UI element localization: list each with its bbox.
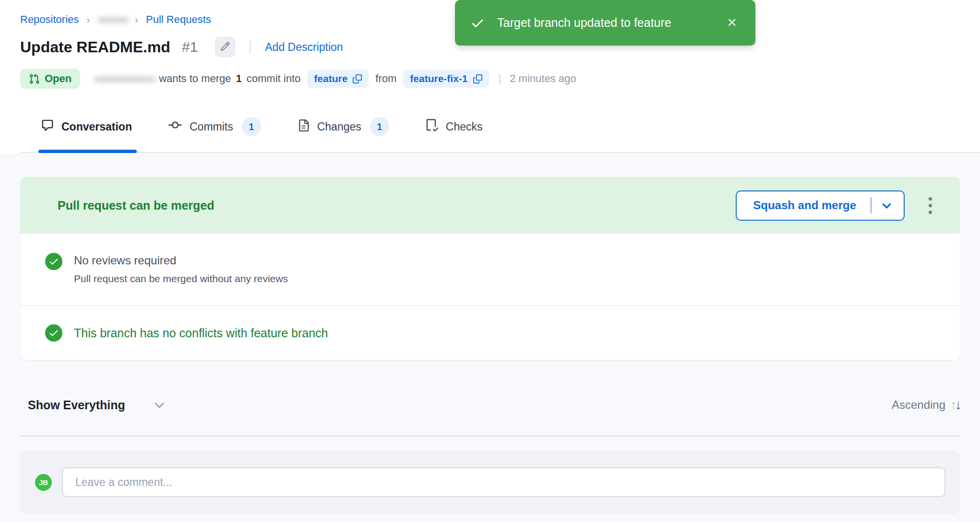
button-divider <box>871 197 872 214</box>
review-status-row: No reviews required Pull request can be … <box>20 234 960 305</box>
review-status-title: No reviews required <box>74 254 288 267</box>
status-label: Open <box>45 72 72 85</box>
show-filter-dropdown[interactable]: Show Everything <box>20 398 166 412</box>
status-badge: Open <box>20 69 80 89</box>
check-circle-icon <box>45 253 62 270</box>
merge-header: Pull request can be merged Squash and me… <box>20 177 960 234</box>
meta-text: wants to merge <box>159 72 231 85</box>
commit-count: 1 <box>236 72 242 85</box>
check-circle-icon <box>45 324 62 342</box>
copy-icon[interactable] <box>353 74 362 83</box>
chevron-down-icon <box>881 200 892 211</box>
changes-count-badge: 1 <box>370 117 389 136</box>
tab-commits[interactable]: Commits 1 <box>168 117 261 152</box>
chevron-down-icon <box>153 399 166 411</box>
target-branch-pill[interactable]: feature <box>307 70 369 88</box>
active-tab-underline <box>38 150 137 153</box>
chevron-right-icon: › <box>86 14 90 25</box>
commits-count-badge: 1 <box>242 117 261 136</box>
conflict-status-row: This branch has no conflicts with featur… <box>20 305 960 360</box>
checklist-icon <box>426 119 438 134</box>
meta-divider: | <box>499 72 502 85</box>
pr-meta-row: Open ●●●●●●●●●●●●● wants to merge 1 comm… <box>20 68 980 89</box>
toast-notification: Target branch updated to feature ✕ <box>455 0 755 46</box>
tab-conversation[interactable]: Conversation <box>41 117 132 152</box>
vertical-divider <box>250 40 251 54</box>
avatar: JB <box>35 474 52 491</box>
pr-number: #1 <box>182 39 198 55</box>
conflict-status-text: This branch has no conflicts with featur… <box>74 326 328 340</box>
target-branch-name: feature <box>314 73 347 84</box>
breadcrumb-repositories[interactable]: Repositories <box>20 13 79 26</box>
breadcrumb-repo-redacted[interactable]: ●●●●●● <box>97 13 127 26</box>
close-icon[interactable]: ✕ <box>724 13 740 32</box>
meta-text: commit into <box>247 72 300 85</box>
tab-changes[interactable]: Changes 1 <box>298 117 389 152</box>
sort-order-label: Ascending <box>892 398 945 412</box>
tab-label: Changes <box>317 120 361 133</box>
breadcrumb-pull-requests[interactable]: Pull Requests <box>146 13 211 26</box>
copy-icon[interactable] <box>473 74 482 83</box>
comment-composer: JB <box>20 451 960 513</box>
edit-title-button[interactable] <box>215 37 235 57</box>
show-filter-label: Show Everything <box>28 398 125 412</box>
tab-label: Checks <box>446 120 483 133</box>
check-icon <box>470 16 485 30</box>
author-name-redacted: ●●●●●●●●●●●●● <box>94 73 154 84</box>
section-divider <box>20 436 960 437</box>
page-title: Update README.md <box>20 38 170 56</box>
tab-label: Conversation <box>61 120 132 133</box>
squash-button-label: Squash and merge <box>753 199 856 212</box>
timeline-filter-row: Show Everything Ascending ↑↓ <box>20 397 960 413</box>
sort-order-button[interactable]: Ascending ↑↓ <box>892 397 960 413</box>
commit-icon <box>168 119 182 135</box>
source-branch-pill[interactable]: feature-fix-1 <box>403 70 489 88</box>
comment-input[interactable] <box>62 467 945 497</box>
merge-status-title: Pull request can be merged <box>58 199 736 213</box>
add-description-link[interactable]: Add Description <box>265 41 343 54</box>
toast-message: Target branch updated to feature <box>497 16 671 30</box>
pull-request-icon <box>29 73 40 84</box>
source-branch-name: feature-fix-1 <box>410 73 467 84</box>
merge-options-dropdown[interactable] <box>881 200 892 211</box>
squash-and-merge-button[interactable]: Squash and merge <box>736 190 905 221</box>
kebab-menu-button[interactable] <box>926 194 935 217</box>
chevron-right-icon: › <box>135 14 138 25</box>
speech-bubble-icon <box>41 119 54 134</box>
conversation-panel: Pull request can be merged Squash and me… <box>0 177 980 522</box>
review-status-subtitle: Pull request can be merged without any r… <box>74 273 288 285</box>
sort-arrows-icon: ↑↓ <box>950 397 960 413</box>
tab-checks[interactable]: Checks <box>426 117 483 152</box>
meta-text: from <box>375 72 396 85</box>
timestamp: 2 minutes ago <box>510 72 576 85</box>
file-icon <box>298 119 310 134</box>
tab-label: Commits <box>190 120 233 133</box>
pencil-icon <box>220 41 230 53</box>
merge-status-card: Pull request can be merged Squash and me… <box>20 177 960 360</box>
tab-bar: Conversation Commits 1 Changes 1 <box>20 102 980 153</box>
